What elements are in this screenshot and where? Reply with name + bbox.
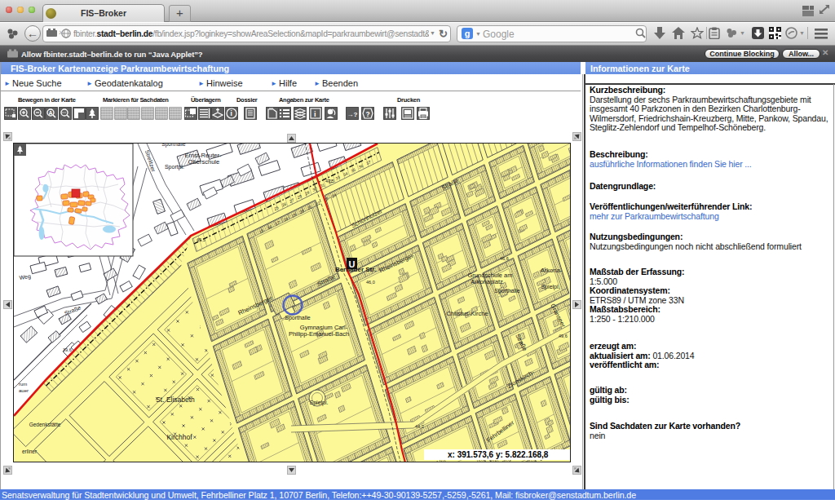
svg-text:rum: rum bbox=[19, 382, 27, 387]
svg-text:46,0: 46,0 bbox=[366, 280, 375, 285]
svg-text:U: U bbox=[349, 259, 356, 269]
svg-text:Spielpl.: Spielpl. bbox=[541, 284, 560, 290]
svg-text:Oberschule: Oberschule bbox=[188, 158, 219, 166]
svg-text:St. Elisabeth: St. Elisabeth bbox=[156, 396, 195, 404]
svg-text:Philipp-Emanuel-Bach: Philipp-Emanuel-Bach bbox=[289, 330, 349, 338]
svg-text:46,6: 46,6 bbox=[500, 256, 509, 261]
svg-text:A: A bbox=[49, 110, 53, 116]
svg-text:i: i bbox=[230, 109, 232, 117]
svg-text:Sporthalle: Sporthalle bbox=[285, 315, 311, 321]
svg-text:x: 391.573,6 y: 5.822.168,8: x: 391.573,6 y: 5.822.168,8 bbox=[448, 450, 549, 459]
svg-text:i: i bbox=[314, 110, 316, 118]
svg-text:Arkonaplatz: Arkonaplatz bbox=[471, 278, 503, 285]
svg-text:49,6: 49,6 bbox=[559, 334, 568, 338]
svg-text:→?: →? bbox=[347, 111, 358, 118]
svg-text:Gedenkstätte: Gedenkstätte bbox=[29, 422, 61, 427]
svg-text:45,5: 45,5 bbox=[197, 237, 205, 242]
svg-text:Arkona-: Arkona- bbox=[541, 267, 563, 274]
svg-text:Spielpl.: Spielpl. bbox=[310, 400, 329, 406]
svg-text:44,2: 44,2 bbox=[415, 424, 424, 429]
svg-text:Kirchhof: Kirchhof bbox=[166, 433, 192, 441]
svg-text:47,5: 47,5 bbox=[325, 179, 334, 183]
svg-text:Christus-Kirche: Christus-Kirche bbox=[446, 310, 488, 317]
svg-text:Sporthalle: Sporthalle bbox=[494, 288, 520, 294]
svg-text:auer: auer bbox=[19, 388, 29, 393]
svg-text:?: ? bbox=[366, 110, 370, 118]
svg-text:39,6: 39,6 bbox=[63, 347, 72, 352]
svg-text:Sportpl.: Sportpl. bbox=[165, 164, 184, 170]
svg-text:erliner: erliner bbox=[22, 449, 38, 454]
